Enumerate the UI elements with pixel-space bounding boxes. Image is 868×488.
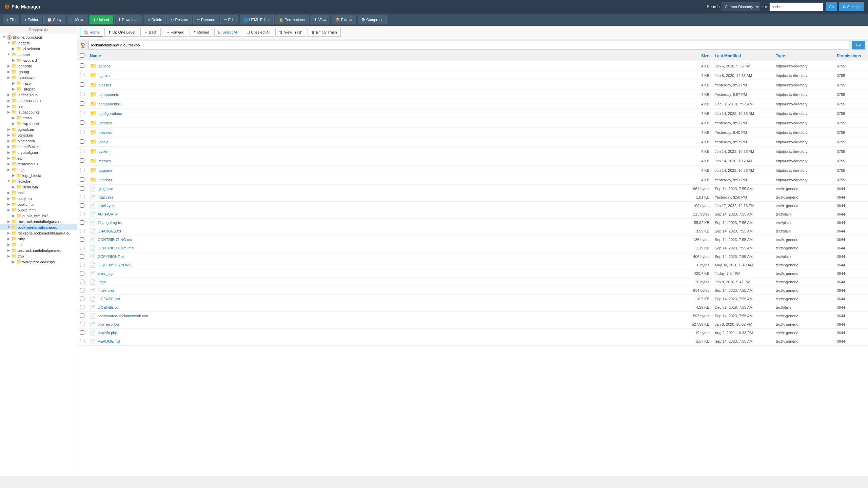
file-name[interactable]: opensource-socialnetwork.xml [98,314,148,318]
tree-label[interactable]: bgrockeu [18,133,33,137]
tree-item[interactable]: ▼🏠(/home/bgrockeu) [0,34,77,40]
table-row[interactable]: 📁libraries4 KBYesterday, 8:51 PMhttpd/un… [77,118,868,128]
tree-label[interactable]: lscmData [22,185,38,189]
tree-item[interactable]: ▶📁blestadata [0,138,77,144]
table-row[interactable]: 📄.gitignore961 bytesSep 14, 2023, 7:55 A… [77,185,868,193]
table-row[interactable]: 📁classes4 KBYesterday, 8:51 PMhttpd/unix… [77,80,868,90]
file-name[interactable]: php_errorlog [98,322,119,326]
row-checkbox[interactable] [80,288,84,292]
tree-toggle[interactable]: ▶ [7,231,11,235]
permissions-button[interactable]: 🔒 Permissions [275,15,309,24]
file-name[interactable]: classes [99,83,111,87]
table-row[interactable]: 📄COPYRIGHT.txt406 bytesSep 14, 2023, 7:5… [77,252,868,261]
tree-label[interactable]: .gnupg [18,70,29,74]
go-search-button[interactable]: Go [826,2,837,11]
table-row[interactable]: 📄CONTRIBUTORS.md1.19 KBSep 14, 2023, 7:5… [77,244,868,252]
unselect-all-button[interactable]: ☐ Unselect All [243,28,274,37]
tree-toggle[interactable]: ▶ [7,168,11,171]
table-row[interactable]: 📄opensource-socialnetwork.xml593 bytesSe… [77,312,868,320]
table-row[interactable]: 📁licenses4 KBYesterday, 8:40 PMhttpd/uni… [77,128,868,137]
tree-label[interactable]: palqk.eu [18,197,32,201]
tree-item[interactable]: ▶📁palqk.eu [0,196,77,201]
header-type[interactable]: Type [773,51,834,61]
tree-item[interactable]: ▶📁ruby [0,236,77,242]
tree-toggle[interactable]: ▶ [7,191,11,195]
tree-label[interactable]: cpanel3-skel [18,145,39,149]
table-row[interactable]: 📁components14 KBDec 31, 2019, 7:53 AMhtt… [77,99,868,109]
tree-label[interactable]: farmerbg.eu [18,162,38,166]
tree-item[interactable]: ▶📁tmp [0,253,77,259]
empty-trash-button[interactable]: 🗑 Empty Trash [308,28,341,37]
tree-item[interactable]: ▶📁etc [0,155,77,161]
row-checkbox[interactable] [80,313,84,318]
table-row[interactable]: 📄.travis.yml109 bytesJun 17, 2022, 12:16… [77,202,868,210]
html-editor-button[interactable]: 🌐 HTML Editor [240,15,274,24]
table-row[interactable]: 📄.htaccess1.81 KBYesterday, 8:58 PMtext/… [77,193,868,202]
tree-label[interactable]: rockzone.rocknmetalbulgaria.eu [18,231,71,235]
select-all-checkbox[interactable] [80,53,84,58]
tree-item[interactable]: ▶📁test.rocknmetalbulgaria.eu [0,247,77,253]
select-all-button[interactable]: ☑ Select All [214,28,241,37]
table-row[interactable]: 📄l.php20 bytesJan 8, 2020, 9:47 PMtext/x… [77,278,868,286]
tree-toggle[interactable]: ▶ [12,81,16,85]
tree-item[interactable]: ▶📁.ssh [0,103,77,109]
tree-label[interactable]: cryptodig.eu [18,150,38,155]
row-checkbox[interactable] [80,139,84,144]
tree-label[interactable]: .razor [22,81,32,85]
file-name[interactable]: error_log [98,271,113,276]
tree-label[interactable]: rock.rocknmetalbulgaria.eu [18,220,62,224]
tree-item[interactable]: ▶📁.trash [0,115,77,121]
edit-button[interactable]: ✏ Edit [220,15,238,24]
file-name[interactable]: COPYRIGHT.txt [98,255,124,259]
tree-label[interactable]: .htpasswds [18,76,36,80]
row-checkbox[interactable] [80,73,84,77]
file-name[interactable]: vendors [99,178,112,182]
row-checkbox[interactable] [80,101,84,106]
row-checkbox[interactable] [80,339,84,343]
row-checkbox[interactable] [80,229,84,233]
tree-item[interactable]: ▶📁cryptodig.eu [0,149,77,155]
table-row[interactable]: 📁components4 KBYesterday, 8:57 PMhttpd/u… [77,90,868,99]
row-checkbox[interactable] [80,263,84,267]
tree-toggle[interactable]: ▶ [7,93,11,97]
tree-label[interactable]: rocknmetalbulgaria.eu [18,225,57,229]
tree-label[interactable]: mail [18,191,24,195]
tree-item[interactable]: ▶📁.gnupg [0,69,77,75]
table-row[interactable]: 📁configurations4 KBJun 14, 2022, 10:36 A… [77,109,868,118]
file-name[interactable]: CONTRIBUTORS.md [98,246,134,250]
copy-button[interactable]: 📋 Copy [43,15,65,24]
reload-button[interactable]: ↻ Reload [190,28,213,37]
tree-label[interactable]: .ssh [18,104,24,108]
view-trash-button[interactable]: 🗑 View Trash [275,28,306,37]
move-button[interactable]: ↔ Move [67,15,88,24]
home-nav-button[interactable]: 🏠 Home [80,28,103,37]
row-checkbox[interactable] [80,92,84,96]
tree-toggle[interactable]: ▶ [12,185,16,189]
file-name[interactable]: .travis.yml [98,204,115,208]
file-name[interactable]: LICENSE.md [98,297,120,301]
file-name[interactable]: configurations [99,111,122,116]
tree-item[interactable]: ▶📁public_html.bk2 [0,213,77,219]
file-name[interactable]: upgrade [99,168,112,172]
table-row[interactable]: 📁system4 KBJun 14, 2022, 10:36 AMhttpd/u… [77,147,868,156]
file-name[interactable]: .gitignore [98,187,113,191]
tree-label[interactable]: ssl [18,243,22,247]
tree-label[interactable]: .wp-toolkit [22,122,39,126]
tree-item[interactable]: ▶📁.softaculous [0,92,77,98]
tree-toggle[interactable]: ▶ [7,133,11,137]
table-row[interactable]: 📄error_log420.7 KBToday, 7:34 PMtext/x-g… [77,269,868,278]
tree-label[interactable]: ruby [18,237,25,241]
tree-toggle[interactable]: ▶ [7,162,11,166]
tree-toggle[interactable]: ▶ [7,110,11,114]
tree-toggle[interactable]: ▶ [7,104,11,108]
compress-button[interactable]: 🗜 Compress [358,15,387,24]
file-name[interactable]: themes [99,159,111,163]
home-icon[interactable]: 🏠 [80,42,86,48]
row-checkbox[interactable] [80,297,84,301]
tree-label[interactable]: logs [18,168,24,172]
tree-label[interactable]: .softaculous [18,93,38,97]
tree-toggle[interactable]: ▼ [7,53,11,56]
tree-toggle[interactable]: ▶ [12,214,16,218]
tree-label[interactable]: wordpress-backups [22,260,55,264]
tree-item[interactable]: ▶📁.cpguard [0,57,77,63]
